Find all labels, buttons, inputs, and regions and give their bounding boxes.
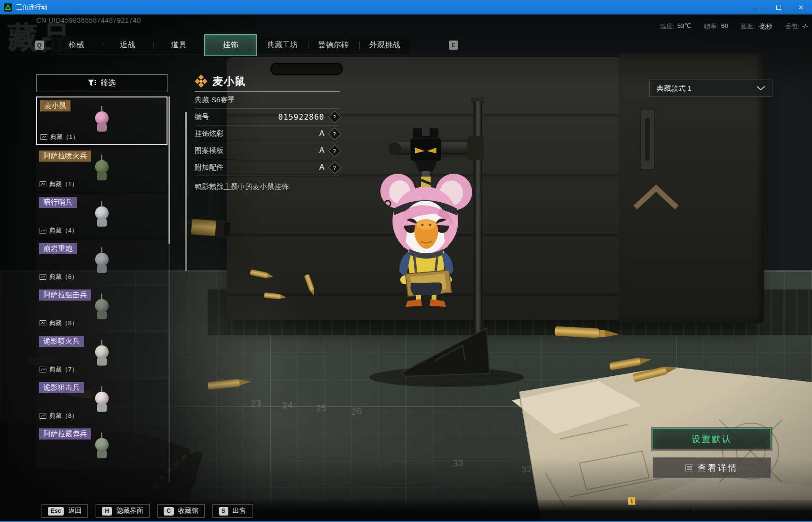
collection-badge-icon bbox=[40, 181, 46, 187]
tab-guns[interactable]: 枪械 bbox=[51, 36, 102, 54]
sidebar-scrollbar-thumb[interactable] bbox=[168, 96, 170, 244]
prev-tab-key-hint: Q bbox=[35, 41, 44, 50]
charm-description: 鸭影鹅踪主题中的麦小鼠挂饰 bbox=[195, 182, 339, 192]
pattern-grade: A bbox=[319, 146, 324, 155]
list-item-charm[interactable]: 暗行哨兵 典藏（4） bbox=[36, 194, 168, 237]
help-icon[interactable]: ? bbox=[328, 127, 341, 140]
charm-name-label: 崩岩重炮 bbox=[39, 243, 77, 254]
minimize-button[interactable]: — bbox=[745, 0, 768, 14]
charm-thumbnail bbox=[91, 201, 112, 233]
hide-ui-button[interactable]: H隐藏界面 bbox=[96, 504, 150, 518]
game-logo-icon bbox=[4, 3, 12, 12]
charm-name-label: 麦小鼠 bbox=[40, 100, 70, 111]
charm-thumbnail bbox=[91, 294, 112, 326]
filter-button[interactable]: 筛选 bbox=[36, 74, 168, 92]
chevron-down-icon bbox=[756, 86, 765, 91]
serial-row: 编号 015922860 ? bbox=[195, 109, 339, 125]
charm-thumbnail bbox=[91, 247, 112, 279]
accessory-row: 附加配件 A ? bbox=[195, 159, 339, 176]
charm-name-label: 诡影狙击兵 bbox=[39, 382, 84, 393]
collection-badge: 典藏（8） bbox=[40, 319, 78, 328]
rarity-diamond-icon bbox=[195, 75, 208, 88]
collection-badge-icon bbox=[40, 413, 46, 419]
performance-stats: 温度:53℃ 帧率:60 延迟:-毫秒 丢包:-/- bbox=[660, 22, 808, 31]
mat-number: 32 bbox=[521, 464, 532, 475]
h-keycap: H bbox=[102, 507, 112, 515]
collection-hall-button[interactable]: C收藏馆 bbox=[157, 504, 205, 518]
filter-icon bbox=[88, 80, 96, 87]
tab-charms[interactable]: 挂饰 bbox=[204, 34, 256, 56]
season-label: 典藏-S6赛季 bbox=[195, 96, 339, 105]
list-item-charm[interactable]: 诡影喷火兵 典藏（7） bbox=[36, 333, 168, 376]
list-item-charm[interactable]: 阿萨拉狙击兵 典藏（8） bbox=[36, 287, 168, 330]
collection-badge: 典藏（4） bbox=[40, 226, 78, 235]
set-default-button[interactable]: 设置默认 bbox=[653, 428, 771, 449]
list-item-charm[interactable]: 阿萨拉霰弹兵 bbox=[36, 426, 168, 469]
help-icon[interactable]: ? bbox=[328, 161, 341, 174]
maximize-button[interactable] bbox=[768, 0, 790, 14]
style-dropdown[interactable]: 典藏款式 1 bbox=[649, 80, 772, 97]
list-item-charm[interactable]: 阿萨拉喷火兵 典藏（1） bbox=[36, 148, 168, 191]
charm-name-label: 诡影喷火兵 bbox=[39, 336, 84, 347]
charm-thumbnail bbox=[91, 386, 112, 418]
back-button[interactable]: Esc返回 bbox=[42, 504, 88, 518]
mat-number: 25 bbox=[316, 403, 327, 413]
charm-list: 麦小鼠 典藏（1） 阿萨拉喷火兵 典藏（1） 暗行哨兵 典藏（4） 崩岩重炮 典… bbox=[36, 96, 169, 482]
charm-name-label: 暗行哨兵 bbox=[39, 197, 77, 208]
close-button[interactable]: ✕ bbox=[790, 0, 812, 14]
tab-melee[interactable]: 近战 bbox=[102, 36, 153, 54]
style-dropdown-value: 典藏款式 1 bbox=[657, 84, 692, 93]
game-viewport: 23 24 25 26 33 32 31 bbox=[0, 14, 812, 521]
collection-badge-icon bbox=[40, 367, 46, 372]
charm-name-label: 阿萨拉喷火兵 bbox=[39, 151, 91, 162]
view-details-button[interactable]: 查看详情 bbox=[653, 457, 771, 478]
charm-thumbnail bbox=[91, 340, 112, 372]
collection-badge-icon bbox=[40, 228, 46, 234]
maximize-icon bbox=[776, 5, 781, 10]
app-window: 三角洲行动 — ✕ 23 24 25 26 33 32 31 bbox=[0, 0, 812, 522]
charm-thumbnail bbox=[91, 155, 112, 187]
mat-number: 31 bbox=[597, 471, 608, 482]
stat-fps: 帧率:60 bbox=[704, 22, 728, 31]
sidebar-scrollbar[interactable] bbox=[168, 96, 170, 482]
collection-badge: 典藏（6） bbox=[40, 273, 78, 281]
collection-badge: 典藏（1） bbox=[41, 133, 79, 141]
tab-collection-workshop[interactable]: 典藏工坊 bbox=[257, 36, 308, 54]
colorway-row: 挂饰炫彩 A ? bbox=[195, 125, 339, 142]
s-keycap: S bbox=[219, 507, 228, 515]
sell-button[interactable]: S出售 bbox=[212, 504, 252, 518]
player-uid: CN UID45983655874487921740 bbox=[36, 16, 141, 24]
stat-latency: 延迟:-毫秒 bbox=[741, 22, 772, 31]
charm-name-label: 阿萨拉狙击兵 bbox=[39, 289, 91, 301]
stat-packet-loss: 丢包:-/- bbox=[785, 22, 808, 31]
help-icon[interactable]: ? bbox=[328, 110, 341, 124]
colorway-grade: A bbox=[319, 129, 324, 138]
window-title: 三角洲行动 bbox=[16, 3, 47, 12]
season-row: 典藏-S6赛季 bbox=[195, 92, 339, 109]
collection-badge: 典藏（8） bbox=[40, 412, 78, 420]
crate-latch bbox=[640, 109, 655, 170]
category-tabs: 枪械 近战 道具 挂饰 典藏工坊 曼德尔砖 外观挑战 bbox=[51, 36, 410, 55]
c-keycap: C bbox=[164, 507, 174, 515]
charm-thumbnail bbox=[91, 433, 112, 465]
detail-scroll-indicator bbox=[185, 112, 187, 271]
tab-items[interactable]: 道具 bbox=[153, 36, 204, 54]
list-item-charm[interactable]: 崩岩重炮 典藏（6） bbox=[36, 240, 168, 284]
collection-badge-icon bbox=[41, 134, 47, 140]
pattern-row: 图案模板 A ? bbox=[195, 142, 339, 159]
help-icon[interactable]: ? bbox=[328, 144, 341, 157]
tab-mandel-brick[interactable]: 曼德尔砖 bbox=[308, 36, 359, 54]
charm-name-label: 阿萨拉霰弹兵 bbox=[39, 428, 91, 440]
serial-value: 015922860 bbox=[278, 112, 324, 122]
stat-temperature: 温度:53℃ bbox=[660, 22, 691, 31]
collection-badge-icon bbox=[40, 274, 46, 280]
mat-number: 33 bbox=[452, 458, 463, 468]
filter-label: 筛选 bbox=[100, 78, 116, 88]
collection-badge-icon bbox=[40, 320, 46, 326]
os-titlebar: 三角洲行动 — ✕ bbox=[0, 0, 812, 14]
collection-badge: 典藏（7） bbox=[40, 365, 78, 374]
tab-appearance-challenge[interactable]: 外观挑战 bbox=[359, 36, 410, 54]
list-item-charm[interactable]: 麦小鼠 典藏（1） bbox=[36, 96, 168, 145]
list-item-charm[interactable]: 诡影狙击兵 典藏（8） bbox=[36, 379, 168, 423]
mat-number: 26 bbox=[351, 406, 362, 417]
